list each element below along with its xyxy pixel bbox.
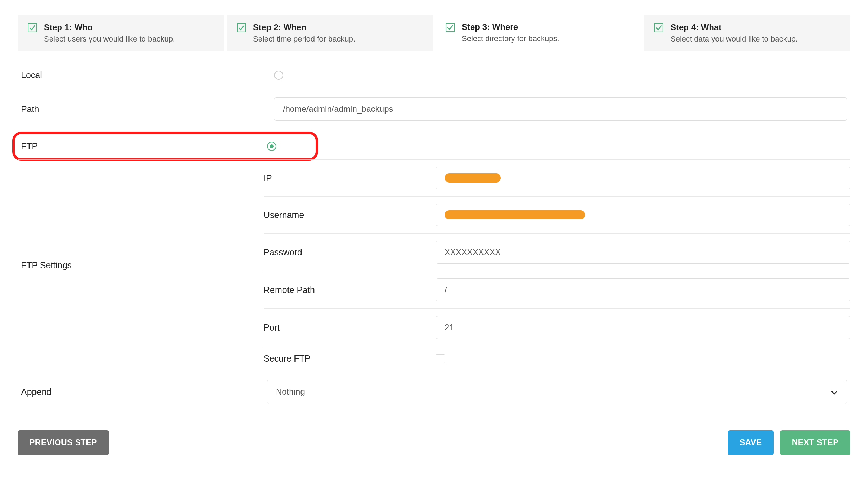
password-label: Password bbox=[264, 247, 436, 257]
ftp-settings-highlight: FTP Settings IP Username Passw bbox=[18, 160, 850, 413]
row-path: Path bbox=[18, 89, 850, 129]
path-input[interactable] bbox=[274, 97, 847, 121]
step-desc: Select directory for backups. bbox=[462, 34, 559, 43]
step-title: Step 2: When bbox=[253, 23, 355, 32]
svg-rect-2 bbox=[446, 23, 454, 32]
save-button[interactable]: SAVE bbox=[728, 430, 774, 455]
row-password: Password bbox=[264, 234, 850, 271]
append-selected-value: Nothing bbox=[267, 380, 847, 404]
step-what[interactable]: Step 4: What Select data you would like … bbox=[644, 15, 850, 51]
redacted-value bbox=[445, 210, 585, 219]
svg-rect-3 bbox=[655, 24, 663, 32]
redacted-value bbox=[445, 173, 501, 183]
row-local: Local bbox=[18, 62, 850, 89]
secure-ftp-checkbox[interactable] bbox=[436, 354, 445, 363]
wizard-steps: Step 1: Who Select users you would like … bbox=[18, 14, 850, 51]
ftp-settings-label: FTP Settings bbox=[18, 160, 264, 371]
secure-ftp-label: Secure FTP bbox=[264, 353, 436, 364]
local-radio[interactable] bbox=[274, 71, 283, 80]
append-select[interactable]: Nothing bbox=[267, 380, 847, 404]
row-secure-ftp: Secure FTP bbox=[264, 346, 850, 371]
step-title: Step 4: What bbox=[671, 23, 798, 32]
step-title: Step 3: Where bbox=[462, 22, 559, 32]
row-username: Username bbox=[264, 197, 850, 234]
username-label: Username bbox=[264, 210, 436, 220]
step-title: Step 1: Who bbox=[44, 23, 175, 32]
ftp-label: FTP bbox=[21, 141, 267, 151]
next-step-button[interactable]: NEXT STEP bbox=[780, 430, 850, 455]
step-desc: Select users you would like to backup. bbox=[44, 34, 175, 44]
row-ip: IP bbox=[264, 160, 850, 197]
ip-label: IP bbox=[264, 173, 436, 183]
ftp-settings-group: FTP Settings IP Username Passw bbox=[18, 160, 850, 371]
path-label: Path bbox=[21, 104, 274, 114]
step-desc: Select time period for backup. bbox=[253, 34, 355, 44]
password-input[interactable] bbox=[436, 241, 850, 264]
port-label: Port bbox=[264, 323, 436, 333]
step-when[interactable]: Step 2: When Select time period for back… bbox=[227, 15, 433, 51]
check-icon bbox=[446, 23, 455, 34]
footer-bar: PREVIOUS STEP SAVE NEXT STEP bbox=[18, 430, 850, 455]
step-desc: Select data you would like to backup. bbox=[671, 34, 798, 44]
ftp-row-highlight: FTP bbox=[12, 132, 318, 161]
ftp-radio[interactable] bbox=[267, 142, 276, 151]
row-port: Port bbox=[264, 309, 850, 346]
check-icon bbox=[28, 23, 37, 34]
row-append: Append Nothing bbox=[18, 371, 850, 413]
step-where[interactable]: Step 3: Where Select directory for backu… bbox=[436, 15, 641, 51]
username-input[interactable] bbox=[436, 204, 850, 226]
ip-input[interactable] bbox=[436, 167, 850, 189]
svg-rect-0 bbox=[28, 24, 37, 32]
remote-path-input[interactable] bbox=[436, 278, 850, 301]
svg-rect-1 bbox=[237, 24, 246, 32]
append-label: Append bbox=[21, 387, 267, 397]
check-icon bbox=[654, 23, 663, 34]
local-label: Local bbox=[21, 70, 274, 80]
row-remote-path: Remote Path bbox=[264, 271, 850, 309]
check-icon bbox=[237, 23, 246, 34]
port-input[interactable] bbox=[436, 316, 850, 339]
previous-step-button[interactable]: PREVIOUS STEP bbox=[18, 430, 109, 455]
remote-path-label: Remote Path bbox=[264, 285, 436, 295]
step-who[interactable]: Step 1: Who Select users you would like … bbox=[18, 15, 224, 51]
row-ftp: FTP bbox=[18, 134, 313, 158]
